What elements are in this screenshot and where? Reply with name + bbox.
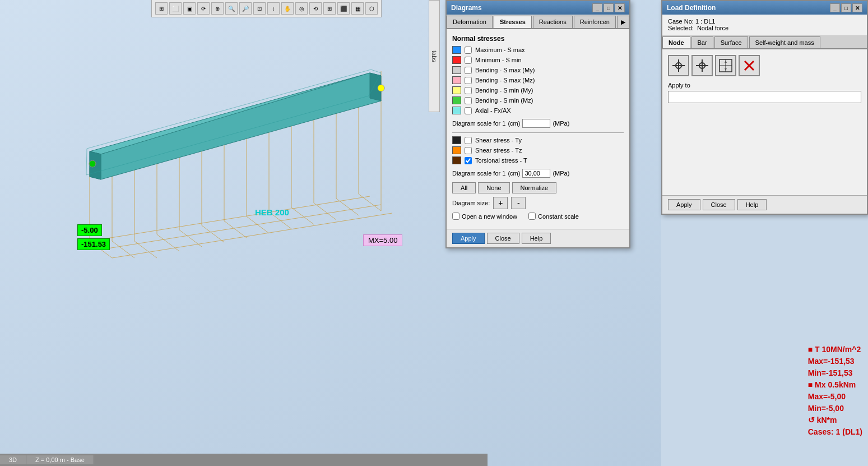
check-bsmax-my[interactable]	[465, 67, 472, 74]
minimize-button[interactable]: _	[592, 3, 602, 12]
toolbar-icon-10[interactable]: ✋	[281, 2, 294, 15]
diagrams-body: Normal stresses Maximum - S max Minimum …	[447, 29, 629, 229]
load-maximize-btn[interactable]: □	[841, 3, 851, 12]
stats-line4: ■ Mx 0.5kNm	[808, 379, 862, 391]
toolbar-icon-15[interactable]: ▦	[351, 2, 364, 15]
load-tab-selfweight[interactable]: Self-weight and mass	[749, 36, 820, 48]
check-bsmin-my[interactable]	[465, 87, 472, 94]
diagrams-dialog: Diagrams _ □ ✕ Deformation Stresses Reac…	[445, 0, 630, 248]
constant-scale-option: Constant scale	[528, 213, 579, 220]
svg-marker-54	[725, 68, 727, 71]
load-tab-node[interactable]: Node	[662, 36, 690, 48]
load-icon-grid-force[interactable]	[715, 55, 736, 76]
toolbar-icon-1[interactable]: ⊞	[155, 2, 168, 15]
check-axial[interactable]	[465, 107, 472, 114]
color-bsmax-my	[452, 66, 461, 74]
toolbar: ⊞ ⬜ ▣ ⟳ ⊕ 🔍 🔎 ⊡ ↕ ✋ ◎ ⟲ ⊞ ⬛ ▦ ⬡	[151, 0, 382, 17]
load-close-btn[interactable]: ✕	[852, 3, 862, 12]
scale-unit-cm-1: (cm)	[508, 120, 520, 127]
scale-input-2[interactable]	[522, 169, 550, 178]
label-bsmax-my: Bending - S max (My)	[475, 67, 535, 73]
stats-line2: Max=-151,53	[808, 356, 862, 367]
diagram-size-row: Diagram size: + -	[452, 197, 624, 209]
constant-scale-checkbox[interactable]	[528, 213, 536, 220]
stress-row-smin: Minimum - S min	[452, 56, 624, 64]
check-smin[interactable]	[465, 57, 472, 64]
check-smax[interactable]	[465, 47, 472, 54]
svg-line-10	[247, 216, 269, 233]
svg-line-2	[112, 213, 392, 258]
stats-line5: Max=-5,00	[808, 391, 862, 403]
toolbar-icon-2[interactable]: ⬜	[169, 2, 182, 15]
stress-row-tz: Shear stress - Tz	[452, 146, 624, 154]
load-minimize-btn[interactable]: _	[830, 3, 840, 12]
close-button[interactable]: ✕	[615, 3, 625, 12]
toolbar-icon-9[interactable]: ↕	[267, 2, 280, 15]
btn-normalize[interactable]: Normalize	[512, 182, 557, 193]
load-definition-dialog: Load Definition _ □ ✕ Case No: 1 : DL1 S…	[661, 0, 868, 215]
toolbar-icon-6[interactable]: 🔍	[225, 2, 238, 15]
load-tab-surface[interactable]: Surface	[714, 36, 748, 48]
label-smax: Maximum - S max	[475, 47, 525, 53]
toolbar-icon-13[interactable]: ⊞	[323, 2, 336, 15]
svg-line-4	[112, 241, 134, 258]
tab-stresses[interactable]: Stresses	[494, 16, 532, 28]
check-bsmin-mz[interactable]	[465, 97, 472, 104]
diagrams-title: Diagrams	[451, 4, 482, 12]
scale-input-1[interactable]	[522, 119, 550, 128]
maximize-button[interactable]: □	[604, 3, 614, 12]
scale-label-1: Diagram scale for 1	[452, 120, 505, 127]
value-label-minus5: -5.00	[77, 224, 102, 236]
scale-label-2: Diagram scale for 1	[452, 170, 505, 177]
diagrams-apply-btn[interactable]: Apply	[452, 233, 485, 244]
check-ty[interactable]	[465, 137, 472, 144]
svg-marker-49	[705, 64, 707, 67]
stress-row-bsmin-mz: Bending - S min (Mz)	[452, 96, 624, 104]
selected-row: Selected: Nodal force	[668, 25, 861, 31]
tab-reinforcement[interactable]: Reinforcen	[574, 16, 616, 28]
toolbar-icon-16[interactable]: ⬡	[365, 2, 378, 15]
toolbar-icon-7[interactable]: 🔎	[239, 2, 252, 15]
diagrams-footer: Apply Close Help	[447, 229, 629, 247]
load-help-btn[interactable]: Help	[737, 199, 767, 210]
toolbar-icon-4[interactable]: ⟳	[197, 2, 210, 15]
toolbar-icon-12[interactable]: ⟲	[309, 2, 322, 15]
stress-row-torsional: Torsional stress - T	[452, 156, 624, 164]
load-apply-btn[interactable]: Apply	[668, 199, 700, 210]
load-title: Load Definition	[667, 4, 716, 12]
stress-row-bsmax-my: Bending - S max (My)	[452, 66, 624, 74]
btn-all[interactable]: All	[452, 182, 476, 193]
toolbar-icon-14[interactable]: ⬛	[337, 2, 350, 15]
size-plus-btn[interactable]: +	[493, 197, 508, 209]
load-close-btn[interactable]: Close	[703, 199, 735, 210]
load-icon-moment-y[interactable]	[691, 55, 713, 76]
btn-none[interactable]: None	[478, 182, 509, 193]
diagrams-close-btn[interactable]: Close	[487, 233, 519, 244]
stress-row-bsmin-my: Bending - S min (My)	[452, 86, 624, 94]
check-tz[interactable]	[465, 147, 472, 154]
load-titlebar[interactable]: Load Definition _ □ ✕	[662, 1, 867, 15]
apply-to-input[interactable]	[668, 91, 861, 103]
load-case-info: Case No: 1 : DL1 Selected: Nodal force	[662, 15, 867, 35]
toolbar-icon-5[interactable]: ⊕	[211, 2, 224, 15]
svg-line-5	[134, 241, 157, 258]
size-minus-btn[interactable]: -	[511, 197, 526, 209]
toolbar-icon-3[interactable]: ▣	[183, 2, 196, 15]
tab-scroll-right[interactable]: ▶	[617, 16, 629, 28]
diagrams-titlebar[interactable]: Diagrams _ □ ✕	[447, 1, 629, 15]
load-icon-crosshair[interactable]	[668, 55, 689, 76]
svg-marker-42	[677, 68, 680, 71]
all-none-normalize-row: All None Normalize	[452, 182, 624, 193]
check-torsional[interactable]	[465, 157, 472, 164]
svg-marker-44	[681, 64, 684, 67]
load-tab-bar[interactable]: Bar	[691, 36, 713, 48]
tab-deformation[interactable]: Deformation	[447, 16, 493, 28]
new-window-checkbox[interactable]	[452, 213, 459, 220]
toolbar-icon-8[interactable]: ⊡	[253, 2, 266, 15]
tab-reactions[interactable]: Reactions	[533, 16, 573, 28]
toolbar-icon-11[interactable]: ◎	[295, 2, 308, 15]
tabs-side-panel[interactable]: tabs	[429, 0, 440, 112]
check-bsmax-mz[interactable]	[465, 77, 472, 84]
load-icon-delete[interactable]	[739, 55, 760, 76]
diagrams-help-btn[interactable]: Help	[522, 233, 551, 244]
